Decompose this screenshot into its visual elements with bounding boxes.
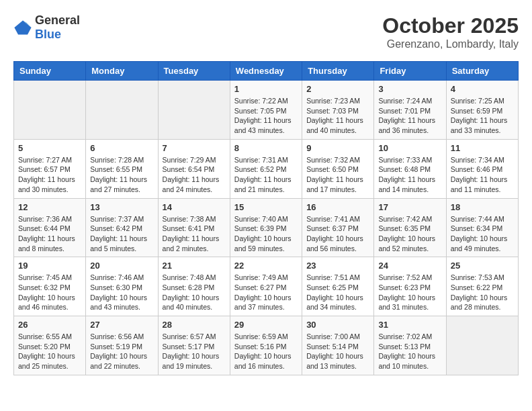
calendar-day-cell: 8Sunrise: 7:31 AMSunset: 6:52 PMDaylight…	[230, 139, 302, 198]
day-number: 18	[451, 202, 514, 212]
day-info: Sunrise: 7:45 AMSunset: 6:32 PMDaylight:…	[18, 273, 81, 312]
day-number: 21	[163, 261, 226, 271]
logo-general: General	[35, 13, 80, 27]
day-number: 8	[234, 143, 298, 153]
day-number: 13	[90, 202, 153, 212]
day-info: Sunrise: 6:59 AMSunset: 5:16 PMDaylight:…	[234, 332, 298, 371]
day-number: 10	[378, 143, 441, 153]
title-block: October 2025 Gerenzano, Lombardy, Italy	[382, 13, 519, 50]
calendar-day-cell: 20Sunrise: 7:46 AMSunset: 6:30 PMDayligh…	[86, 257, 158, 316]
calendar-day-cell: 15Sunrise: 7:40 AMSunset: 6:39 PMDayligh…	[230, 198, 302, 257]
day-info: Sunrise: 7:02 AMSunset: 5:13 PMDaylight:…	[378, 332, 441, 371]
day-number: 29	[234, 320, 298, 330]
day-info: Sunrise: 7:48 AMSunset: 6:28 PMDaylight:…	[163, 273, 226, 312]
calendar-day-cell: 24Sunrise: 7:52 AMSunset: 6:23 PMDayligh…	[374, 257, 446, 316]
day-number: 1	[234, 84, 298, 94]
day-info: Sunrise: 7:23 AMSunset: 7:03 PMDaylight:…	[306, 96, 369, 136]
calendar-day-cell: 29Sunrise: 6:59 AMSunset: 5:16 PMDayligh…	[230, 316, 302, 375]
day-number: 6	[90, 143, 153, 153]
day-info: Sunrise: 7:40 AMSunset: 6:39 PMDaylight:…	[234, 214, 298, 254]
svg-marker-0	[14, 21, 31, 35]
day-number: 17	[378, 202, 441, 212]
logo-text: General Blue	[35, 13, 80, 42]
logo: General Blue	[13, 13, 80, 42]
day-info: Sunrise: 7:28 AMSunset: 6:55 PMDaylight:…	[90, 155, 153, 195]
day-number: 4	[451, 84, 514, 94]
day-info: Sunrise: 7:25 AMSunset: 6:59 PMDaylight:…	[451, 96, 514, 136]
day-info: Sunrise: 7:36 AMSunset: 6:44 PMDaylight:…	[18, 214, 81, 254]
day-info: Sunrise: 7:00 AMSunset: 5:14 PMDaylight:…	[306, 332, 369, 371]
calendar-day-cell: 27Sunrise: 6:56 AMSunset: 5:19 PMDayligh…	[86, 316, 158, 375]
day-number: 24	[378, 261, 441, 271]
day-info: Sunrise: 6:55 AMSunset: 5:20 PMDaylight:…	[18, 332, 81, 371]
calendar-day-cell: 14Sunrise: 7:38 AMSunset: 6:41 PMDayligh…	[158, 198, 230, 257]
calendar-day-cell: 3Sunrise: 7:24 AMSunset: 7:01 PMDaylight…	[374, 81, 446, 140]
day-number: 19	[18, 261, 81, 271]
day-info: Sunrise: 7:34 AMSunset: 6:46 PMDaylight:…	[451, 155, 514, 195]
calendar-header-row: SundayMondayTuesdayWednesdayThursdayFrid…	[14, 62, 519, 81]
day-info: Sunrise: 6:56 AMSunset: 5:19 PMDaylight:…	[90, 332, 153, 371]
calendar-week-row: 12Sunrise: 7:36 AMSunset: 6:44 PMDayligh…	[14, 198, 519, 257]
logo-blue: Blue	[35, 28, 61, 41]
month-title: October 2025	[382, 13, 519, 38]
day-number: 22	[234, 261, 298, 271]
day-info: Sunrise: 7:29 AMSunset: 6:54 PMDaylight:…	[163, 155, 226, 195]
page-header: General Blue October 2025 Gerenzano, Lom…	[13, 13, 519, 50]
day-info: Sunrise: 7:33 AMSunset: 6:48 PMDaylight:…	[378, 155, 441, 195]
calendar-day-cell: 4Sunrise: 7:25 AMSunset: 6:59 PMDaylight…	[446, 81, 518, 140]
empty-day-cell	[86, 81, 158, 140]
day-info: Sunrise: 7:52 AMSunset: 6:23 PMDaylight:…	[378, 273, 441, 312]
location-title: Gerenzano, Lombardy, Italy	[382, 38, 519, 50]
day-number: 28	[163, 320, 226, 330]
weekday-header: Monday	[86, 62, 158, 81]
calendar-day-cell: 25Sunrise: 7:53 AMSunset: 6:22 PMDayligh…	[446, 257, 518, 316]
day-info: Sunrise: 7:41 AMSunset: 6:37 PMDaylight:…	[306, 214, 369, 254]
calendar-day-cell: 6Sunrise: 7:28 AMSunset: 6:55 PMDaylight…	[86, 139, 158, 198]
calendar-week-row: 5Sunrise: 7:27 AMSunset: 6:57 PMDaylight…	[14, 139, 519, 198]
day-number: 15	[234, 202, 298, 212]
empty-day-cell	[14, 81, 86, 140]
calendar-week-row: 19Sunrise: 7:45 AMSunset: 6:32 PMDayligh…	[14, 257, 519, 316]
weekday-header: Tuesday	[158, 62, 230, 81]
weekday-header: Sunday	[14, 62, 86, 81]
day-number: 5	[18, 143, 81, 153]
day-number: 2	[306, 84, 369, 94]
calendar-day-cell: 10Sunrise: 7:33 AMSunset: 6:48 PMDayligh…	[374, 139, 446, 198]
weekday-header: Saturday	[446, 62, 518, 81]
calendar-day-cell: 13Sunrise: 7:37 AMSunset: 6:42 PMDayligh…	[86, 198, 158, 257]
day-info: Sunrise: 7:44 AMSunset: 6:34 PMDaylight:…	[451, 214, 514, 254]
calendar-day-cell: 1Sunrise: 7:22 AMSunset: 7:05 PMDaylight…	[230, 81, 302, 140]
weekday-header: Friday	[374, 62, 446, 81]
day-info: Sunrise: 7:38 AMSunset: 6:41 PMDaylight:…	[163, 214, 226, 254]
weekday-header: Wednesday	[230, 62, 302, 81]
day-info: Sunrise: 7:51 AMSunset: 6:25 PMDaylight:…	[306, 273, 369, 312]
empty-day-cell	[446, 316, 518, 375]
calendar-day-cell: 28Sunrise: 6:57 AMSunset: 5:17 PMDayligh…	[158, 316, 230, 375]
day-number: 23	[306, 261, 369, 271]
calendar-day-cell: 19Sunrise: 7:45 AMSunset: 6:32 PMDayligh…	[14, 257, 86, 316]
calendar-week-row: 1Sunrise: 7:22 AMSunset: 7:05 PMDaylight…	[14, 81, 519, 140]
day-info: Sunrise: 7:31 AMSunset: 6:52 PMDaylight:…	[234, 155, 298, 195]
day-number: 11	[451, 143, 514, 153]
day-info: Sunrise: 7:24 AMSunset: 7:01 PMDaylight:…	[378, 96, 441, 136]
calendar-week-row: 26Sunrise: 6:55 AMSunset: 5:20 PMDayligh…	[14, 316, 519, 375]
calendar-day-cell: 26Sunrise: 6:55 AMSunset: 5:20 PMDayligh…	[14, 316, 86, 375]
empty-day-cell	[158, 81, 230, 140]
day-number: 27	[90, 320, 153, 330]
day-info: Sunrise: 7:46 AMSunset: 6:30 PMDaylight:…	[90, 273, 153, 312]
day-number: 31	[378, 320, 441, 330]
calendar-day-cell: 9Sunrise: 7:32 AMSunset: 6:50 PMDaylight…	[302, 139, 374, 198]
day-number: 3	[378, 84, 441, 94]
calendar-day-cell: 30Sunrise: 7:00 AMSunset: 5:14 PMDayligh…	[302, 316, 374, 375]
day-info: Sunrise: 7:22 AMSunset: 7:05 PMDaylight:…	[234, 96, 298, 136]
calendar-day-cell: 7Sunrise: 7:29 AMSunset: 6:54 PMDaylight…	[158, 139, 230, 198]
calendar-day-cell: 18Sunrise: 7:44 AMSunset: 6:34 PMDayligh…	[446, 198, 518, 257]
calendar-day-cell: 31Sunrise: 7:02 AMSunset: 5:13 PMDayligh…	[374, 316, 446, 375]
day-number: 9	[306, 143, 369, 153]
logo-icon	[13, 18, 32, 37]
day-number: 7	[163, 143, 226, 153]
weekday-header: Thursday	[302, 62, 374, 81]
day-number: 14	[163, 202, 226, 212]
day-number: 30	[306, 320, 369, 330]
day-number: 12	[18, 202, 81, 212]
